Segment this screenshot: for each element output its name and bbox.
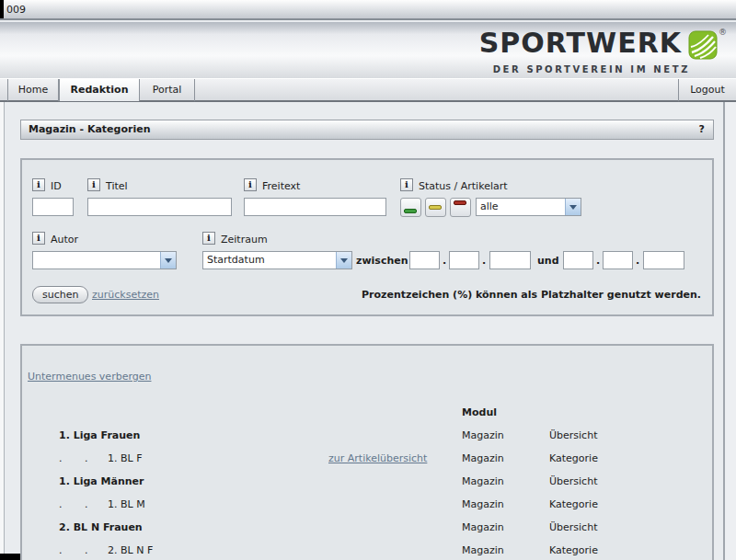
status-label: Status / Artikelart	[419, 180, 508, 192]
date-from-day-input[interactable]	[409, 251, 440, 269]
registered-mark: ®	[719, 28, 727, 37]
red-status-icon	[454, 200, 466, 205]
titel-input[interactable]	[87, 198, 232, 216]
subcategory-name: 1. BL M	[108, 498, 145, 510]
nav-stub	[0, 79, 8, 101]
date-to-year-input[interactable]	[643, 251, 684, 269]
info-icon-freitext[interactable]: i	[244, 178, 257, 191]
category-name: 1. Liga Frauen	[59, 429, 140, 441]
id-label: ID	[51, 180, 62, 192]
help-button[interactable]: ?	[699, 120, 705, 139]
left-margin-strip	[0, 102, 5, 560]
modul-cell: Magazin	[462, 544, 504, 556]
subcategory-row: . . 1. BL M Magazin Kategorie	[22, 498, 712, 511]
toggle-submenus-link[interactable]: Untermenues verbergen	[28, 371, 151, 383]
freitext-label: Freitext	[262, 180, 300, 192]
info-icon-status[interactable]: i	[400, 178, 413, 191]
modul-cell: Magazin	[462, 498, 504, 510]
info-icon-zeitraum[interactable]: i	[202, 232, 215, 245]
zuruecksetzen-link[interactable]: zurücksetzen	[92, 289, 159, 301]
window-title-text: 009	[6, 4, 26, 16]
freitext-input[interactable]	[244, 198, 386, 216]
indent-dot: .	[85, 452, 88, 464]
status-green-button[interactable]	[400, 198, 421, 217]
app-window: 009 SPORTWERK ® DER SPORTVEREIN IM NETZ	[0, 0, 736, 560]
category-row: 1. Liga Männer Magazin Übersicht	[22, 475, 712, 488]
zeitraum-label: Zeitraum	[221, 234, 268, 246]
category-name: 2. BL N Frauen	[59, 521, 143, 533]
date-from-month-input[interactable]	[449, 251, 479, 269]
id-input[interactable]	[32, 198, 74, 216]
info-icon-titel[interactable]: i	[87, 178, 100, 191]
brand-header: SPORTWERK ® DER SPORTVEREIN IM NETZ	[0, 22, 736, 78]
info-icon-id[interactable]: i	[32, 178, 45, 191]
type-cell: Kategorie	[549, 498, 598, 510]
autor-label: Autor	[51, 234, 78, 246]
suchen-button[interactable]: suchen	[32, 286, 88, 303]
type-cell: Übersicht	[549, 521, 597, 533]
chevron-down-icon[interactable]	[565, 199, 581, 215]
category-name: 1. Liga Männer	[59, 475, 144, 487]
und-label: und	[537, 255, 559, 267]
logout-button[interactable]: Logout	[678, 79, 736, 101]
modul-cell: Magazin	[462, 521, 504, 533]
tab-redaktion[interactable]: Redaktion	[59, 79, 140, 101]
subcategory-row: . . 1. BL F zur Artikelübersicht Magazin…	[22, 452, 712, 465]
zeitraum-select-value: Startdatum	[207, 254, 265, 266]
zeitraum-select[interactable]: Startdatum	[202, 251, 352, 269]
date-to-day-input[interactable]	[563, 251, 593, 269]
info-icon-autor[interactable]: i	[32, 232, 45, 245]
modul-cell: Magazin	[462, 429, 504, 441]
status-select-value: alle	[480, 200, 499, 212]
zur-artikeluebersicht-link[interactable]: zur Artikelübersicht	[328, 452, 427, 464]
category-list-panel: Untermenues verbergen Modul 1. Liga Frau…	[20, 344, 714, 560]
type-cell: Kategorie	[549, 452, 598, 464]
main-nav: Home Redaktion Portal Logout	[0, 78, 736, 102]
tab-portal[interactable]: Portal	[140, 79, 195, 101]
right-margin-strip	[725, 102, 736, 560]
date-from-year-input[interactable]	[489, 251, 531, 269]
sportwerk-logo: SPORTWERK ® DER SPORTVEREIN IM NETZ	[469, 28, 727, 74]
subcategory-name: 1. BL F	[108, 452, 143, 464]
yellow-status-icon	[429, 205, 442, 210]
status-select[interactable]: alle	[476, 198, 581, 216]
chevron-down-icon[interactable]	[336, 252, 351, 269]
date-separator: .	[596, 255, 600, 267]
table-header-row: Modul	[22, 406, 712, 419]
content-right-border	[723, 102, 725, 560]
subcategory-row: . . 2. BL N F Magazin Kategorie	[22, 544, 712, 557]
green-status-icon	[404, 209, 417, 213]
date-separator: .	[482, 255, 486, 267]
type-cell: Kategorie	[549, 544, 598, 556]
indent-dot: .	[59, 452, 63, 464]
tab-home[interactable]: Home	[8, 79, 59, 101]
sportwerk-ball-icon	[688, 30, 718, 63]
indent-dot: .	[85, 544, 88, 556]
autor-select[interactable]	[32, 251, 177, 269]
indent-dot: .	[59, 544, 63, 556]
window-corner	[0, 0, 4, 18]
indent-dot: .	[85, 498, 88, 510]
modul-cell: Magazin	[462, 475, 504, 487]
modul-cell: Magazin	[462, 452, 504, 464]
category-row: 1. Liga Frauen Magazin Übersicht	[22, 429, 712, 442]
page-title: Magazin - Kategorien	[29, 120, 150, 139]
window-title-bar: 009	[0, 0, 736, 20]
titel-label: Titel	[106, 180, 128, 192]
status-red-button[interactable]	[450, 198, 471, 217]
type-cell: Übersicht	[549, 475, 597, 487]
category-row: 2. BL N Frauen Magazin Übersicht	[22, 521, 712, 534]
modul-column-header: Modul	[462, 406, 497, 418]
date-separator: .	[443, 255, 446, 267]
status-yellow-button[interactable]	[425, 198, 446, 217]
subcategory-name: 2. BL N F	[108, 544, 153, 556]
search-panel: i ID i Titel i Freitext i Status / Artik…	[20, 158, 714, 316]
zwischen-label: zwischen	[356, 255, 408, 267]
chevron-down-icon[interactable]	[160, 252, 176, 269]
section-header: Magazin - Kategorien ?	[20, 120, 714, 140]
indent-dot: .	[59, 498, 63, 510]
date-to-month-input[interactable]	[603, 251, 633, 269]
wildcard-hint: Prozentzeichen (%) können als Platzhalte…	[362, 289, 701, 301]
date-separator: .	[636, 255, 639, 267]
logo-wordmark: SPORTWERK	[479, 28, 682, 59]
